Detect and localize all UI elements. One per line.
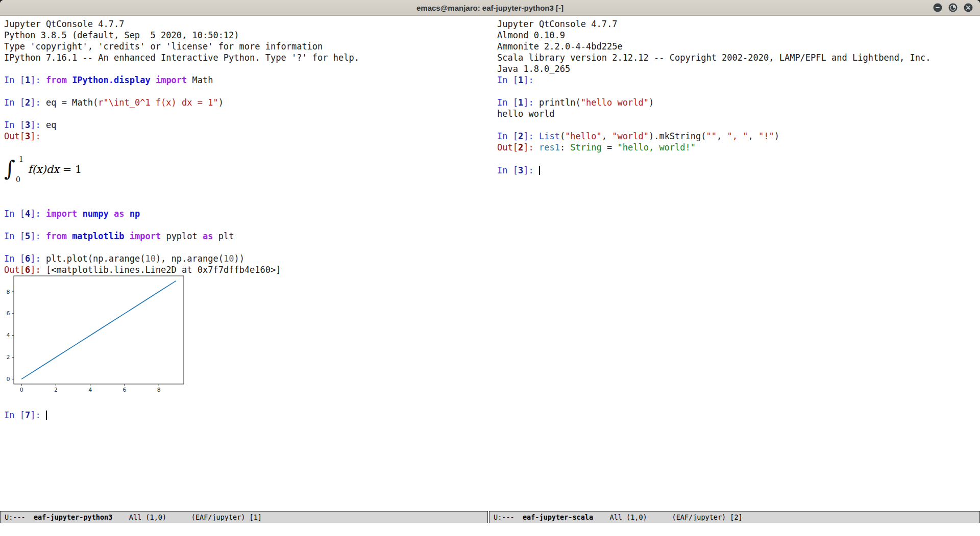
code-token: Type 'copyright', 'credits' or 'license'… bbox=[4, 41, 323, 52]
code-token: hello world bbox=[497, 109, 555, 119]
code-token: List bbox=[539, 131, 560, 141]
close-button[interactable] bbox=[964, 3, 973, 12]
svg-text:8: 8 bbox=[157, 387, 161, 393]
console-line: Jupyter QtConsole 4.7.7 bbox=[4, 18, 493, 30]
code-token: String bbox=[570, 142, 601, 152]
code-token: import bbox=[46, 209, 77, 219]
code-token: println( bbox=[539, 97, 581, 108]
scala-console-pane[interactable]: Jupyter QtConsole 4.7.7Almond 0.10.9Ammo… bbox=[493, 16, 980, 511]
code-token: res1 bbox=[539, 142, 560, 152]
code-token bbox=[124, 231, 129, 241]
title-bar[interactable]: emacs@manjaro: eaf-jupyter-python3 [-] bbox=[0, 0, 980, 16]
svg-text:0: 0 bbox=[7, 376, 10, 382]
console-line: In [7]: bbox=[4, 409, 493, 420]
plot-svg: 0246802468 bbox=[0, 275, 188, 398]
code-token: ]: bbox=[30, 231, 46, 241]
svg-text:4: 4 bbox=[88, 387, 92, 393]
code-token: In [ bbox=[497, 75, 518, 85]
code-token: as bbox=[114, 209, 124, 219]
code-token: 6 bbox=[25, 253, 30, 264]
window-title: emacs@manjaro: eaf-jupyter-python3 [-] bbox=[416, 4, 564, 12]
python-console-pane[interactable]: Jupyter QtConsole 4.7.7Python 3.8.5 (def… bbox=[0, 16, 493, 511]
code-token: import bbox=[130, 231, 161, 241]
code-token bbox=[67, 75, 72, 85]
code-token: eq bbox=[46, 120, 56, 130]
code-token: (EAF/jupyter) [1] bbox=[191, 513, 262, 521]
console-line: In [1]: from IPython.display import Math bbox=[4, 74, 493, 86]
console-line: Ammonite 2.2.0-4-4bd225e bbox=[497, 41, 980, 52]
code-token: In [ bbox=[497, 131, 518, 141]
console-line: In [3]: eq bbox=[4, 119, 493, 131]
svg-text:2: 2 bbox=[54, 387, 58, 393]
svg-text:8: 8 bbox=[7, 289, 10, 295]
minibuffer-echo-area[interactable] bbox=[0, 523, 980, 536]
code-token: 2 bbox=[518, 131, 523, 141]
code-token: Ammonite 2.2.0-4-4bd225e bbox=[497, 41, 623, 52]
code-token: "world" bbox=[612, 131, 649, 141]
code-token: "hello, world!" bbox=[618, 142, 696, 152]
console-line: Scala library version 2.12.12 -- Copyrig… bbox=[497, 52, 980, 63]
console-line: Out[6]: [<matplotlib.lines.Line2D at 0x7… bbox=[4, 264, 493, 275]
code-token: 2 bbox=[518, 142, 523, 152]
code-token: 4 bbox=[25, 209, 30, 219]
code-token: , bbox=[748, 131, 758, 141]
code-token: 5 bbox=[25, 231, 30, 241]
modeline-python: U:--- eaf-jupyter-python3 All (1,0) (EAF… bbox=[0, 511, 488, 523]
console-line bbox=[497, 86, 980, 97]
console-line: In [4]: import numpy as np bbox=[4, 208, 493, 219]
code-token: 6 bbox=[25, 265, 30, 275]
code-token: plt.plot(np.arange( bbox=[46, 253, 145, 264]
console-line bbox=[4, 108, 493, 119]
close-icon bbox=[964, 3, 973, 12]
code-token: ]: bbox=[523, 165, 539, 175]
svg-text:0: 0 bbox=[20, 387, 23, 393]
code-token: 2 bbox=[25, 97, 30, 108]
code-token: Jupyter QtConsole 4.7.7 bbox=[497, 19, 617, 29]
code-token: IPython 7.16.1 -- An enhanced Interactiv… bbox=[4, 53, 359, 63]
code-token bbox=[77, 209, 82, 219]
code-token: In [ bbox=[4, 253, 25, 264]
code-token bbox=[593, 513, 610, 521]
text-cursor bbox=[46, 411, 47, 420]
code-token: In [ bbox=[4, 231, 25, 241]
matplotlib-figure: 0246802468 bbox=[0, 275, 493, 398]
code-token bbox=[166, 513, 191, 521]
code-token: ]: bbox=[523, 97, 539, 108]
console-line bbox=[497, 119, 980, 131]
code-token: eaf-jupyter-python3 bbox=[34, 513, 112, 521]
code-token: eaf-jupyter-scala bbox=[523, 513, 593, 521]
console-line: In [5]: from matplotlib import pyplot as… bbox=[4, 231, 493, 242]
code-token: ]: bbox=[30, 209, 46, 219]
code-token: numpy bbox=[83, 209, 109, 219]
code-token: r"\int_0^1 f(x) dx = 1" bbox=[98, 97, 218, 108]
code-token: import bbox=[156, 75, 187, 85]
code-token: U:--- bbox=[494, 513, 514, 521]
console-line bbox=[4, 186, 493, 197]
console-line: Python 3.8.5 (default, Sep 5 2020, 10:50… bbox=[4, 30, 493, 41]
maximize-button[interactable] bbox=[948, 3, 958, 12]
code-token: 3 bbox=[25, 131, 30, 141]
code-token: Jupyter QtConsole 4.7.7 bbox=[4, 19, 124, 29]
code-token bbox=[109, 209, 114, 219]
window-controls bbox=[933, 0, 973, 15]
minimize-button[interactable] bbox=[933, 3, 942, 12]
code-token: , bbox=[602, 131, 612, 141]
math-body: f(x)dx bbox=[28, 164, 59, 175]
code-token bbox=[125, 209, 130, 219]
console-line: IPython 7.16.1 -- An enhanced Interactiv… bbox=[4, 52, 493, 63]
code-token: 1 bbox=[518, 75, 523, 85]
code-token: ]: bbox=[523, 142, 539, 152]
code-token: ).mkString( bbox=[649, 131, 706, 141]
code-token: U:--- bbox=[5, 513, 26, 521]
console-line bbox=[4, 86, 493, 97]
console-line: In [2]: List("hello", "world").mkString(… bbox=[497, 131, 980, 142]
code-token: ]: bbox=[523, 131, 539, 141]
code-token: "!" bbox=[758, 131, 774, 141]
code-token: ]: bbox=[30, 75, 46, 85]
code-token: Python 3.8.5 (default, Sep 5 2020, 10:50… bbox=[4, 30, 239, 40]
console-line: Out[2]: res1: String = "hello, world!" bbox=[497, 142, 980, 153]
code-token: as bbox=[203, 231, 213, 241]
mode-lines: U:--- eaf-jupyter-python3 All (1,0) (EAF… bbox=[0, 511, 980, 523]
emacs-window: emacs@manjaro: eaf-jupyter-python3 [-] bbox=[0, 0, 980, 536]
svg-text:4: 4 bbox=[7, 332, 10, 339]
